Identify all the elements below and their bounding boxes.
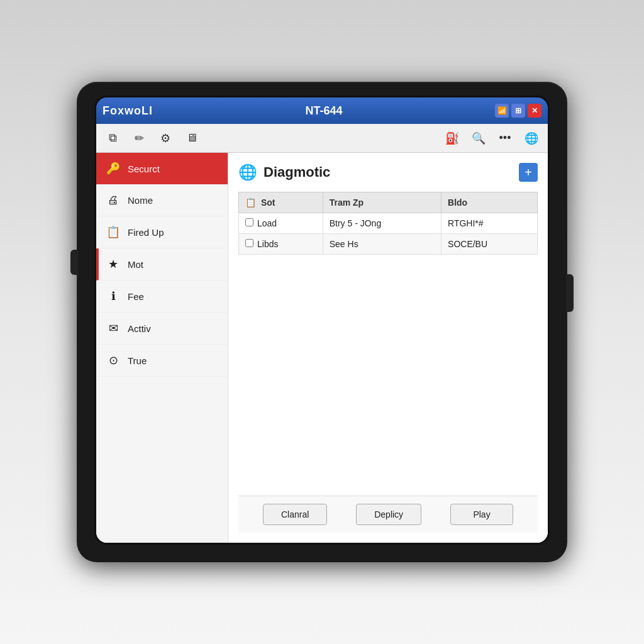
clanral-button[interactable]: Clanral [263,504,327,525]
wifi-button[interactable]: 📶 [495,104,509,118]
device-container: FoxwoLI NT-644 📶 ⊞ ✕ ⧉ ✏ ⚙ 🖥 ⛽ 🔍 ••• 🌐 [77,82,567,562]
add-button[interactable]: + [519,163,538,182]
globe-icon[interactable]: 🌐 [523,130,540,147]
brand-label: FoxwoLI [103,104,153,118]
securct-icon: 🔑 [106,162,120,175]
content-header: 🌐 Diagmotic + [238,163,538,182]
col-header-sot: 📋 Sot [239,192,323,213]
sidebar-item-acttiv[interactable]: ✉ Acttiv [96,313,228,345]
sidebar-item-true[interactable]: ⊙ True [96,345,228,377]
firedup-icon: 📋 [106,225,120,239]
table-row: LibdsSee HsSOCE/BU [239,234,538,255]
model-label: NT-644 [153,104,495,118]
grid-button[interactable]: ⊞ [511,104,525,118]
left-bump [70,250,78,275]
sot-header-icon: 📋 [245,197,256,208]
cell-sot: Libds [239,234,323,255]
diagnostic-table: 📋 Sot Tram Zp Bldo LoadBtry 5 - [238,192,538,255]
bottom-bar: Clanral Deplicy Play [238,496,538,533]
device-screen: FoxwoLI NT-644 📶 ⊞ ✕ ⧉ ✏ ⚙ 🖥 ⛽ 🔍 ••• 🌐 [94,96,550,545]
nome-icon: 🖨 [106,194,120,207]
content-title-label: Diagmotic [264,164,330,180]
true-icon: ⊙ [106,353,120,367]
sidebar-label-true: True [128,355,147,366]
monitor-icon[interactable]: 🖥 [183,130,201,147]
sidebar-label-fee: Fee [128,291,144,302]
content-title-group: 🌐 Diagmotic [238,164,330,181]
toolbar: ⧉ ✏ ⚙ 🖥 ⛽ 🔍 ••• 🌐 [96,124,548,153]
sidebar-item-firedup[interactable]: 📋 Fired Up [96,216,228,248]
sidebar-label-firedup: Fired Up [128,227,164,238]
sidebar: 🔑 Securct 🖨 Nome 📋 Fired Up ★ Mot ℹ [96,153,228,543]
sidebar-label-mot: Mot [128,259,143,270]
diagmotic-icon: 🌐 [238,164,257,181]
cell-bldo: RTGHI*# [441,213,538,234]
settings-icon[interactable]: ⚙ [157,130,174,147]
sidebar-item-securct[interactable]: 🔑 Securct [96,153,228,185]
cell-bldo: SOCE/BU [441,234,538,255]
more-icon[interactable]: ••• [496,130,514,147]
cell-tramzp: See Hs [323,234,441,255]
sidebar-label-acttiv: Acttiv [128,323,151,334]
cell-sot: Load [239,213,323,234]
table-row: LoadBtry 5 - JOngRTGHI*# [239,213,538,234]
row-checkbox[interactable] [245,239,253,247]
deplicy-button[interactable]: Deplicy [356,504,421,525]
edit-icon[interactable]: ✏ [130,130,148,147]
sidebar-label-securct: Securct [128,164,160,174]
sidebar-item-mot[interactable]: ★ Mot [96,248,228,280]
col-header-bldo: Bldo [441,192,538,213]
title-bar: FoxwoLI NT-644 📶 ⊞ ✕ [96,97,548,124]
search-icon[interactable]: 🔍 [470,130,487,147]
cell-tramzp: Btry 5 - JOng [323,213,441,234]
copy-icon[interactable]: ⧉ [104,130,121,147]
sidebar-item-nome[interactable]: 🖨 Nome [96,185,228,216]
acttiv-icon: ✉ [106,321,120,335]
fee-icon: ℹ [106,289,120,303]
col-header-tramzp: Tram Zp [323,192,441,213]
right-bump [566,274,574,312]
play-button[interactable]: Play [450,504,513,525]
row-checkbox[interactable] [245,218,253,226]
sidebar-item-fee[interactable]: ℹ Fee [96,280,228,313]
fuel-icon[interactable]: ⛽ [443,130,461,147]
content-area: 🌐 Diagmotic + 📋 Sot [228,153,548,543]
window-controls: 📶 ⊞ ✕ [495,104,541,118]
main-layout: 🔑 Securct 🖨 Nome 📋 Fired Up ★ Mot ℹ [96,153,548,543]
sidebar-label-nome: Nome [128,195,153,206]
close-button[interactable]: ✕ [528,104,541,118]
mot-icon: ★ [106,257,120,271]
